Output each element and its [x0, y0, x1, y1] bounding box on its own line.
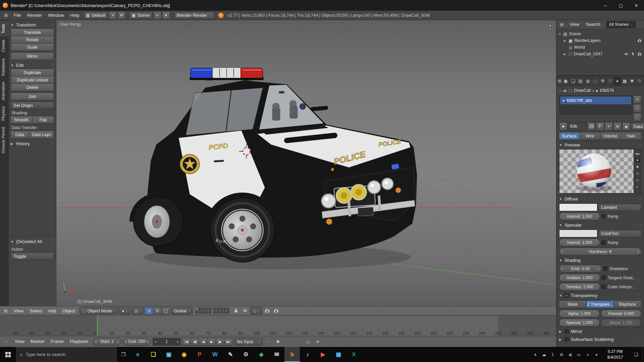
panel-header-edit[interactable]: ▼Edit⠿ — [11, 61, 54, 69]
material-slot-list[interactable]: ● 63b576ff_dds — [559, 96, 632, 114]
menu-object[interactable]: Object — [59, 307, 78, 315]
delete-scene-button[interactable]: ✕ — [162, 11, 170, 19]
opengl-render-anim-button[interactable] — [272, 307, 280, 314]
photos[interactable]: ▦ — [331, 347, 346, 362]
tab-wire[interactable]: Wire — [579, 132, 600, 140]
taskbar-search[interactable]: ○ — [16, 347, 117, 362]
bluetooth-icon[interactable]: ᛒ — [548, 347, 557, 362]
outliner-item-scene[interactable]: ▼ ▤ Scene — [557, 31, 643, 37]
data-button[interactable]: Data — [10, 131, 29, 138]
tab-physics[interactable]: ↻ — [636, 77, 643, 85]
delete-button[interactable]: Delete — [11, 83, 54, 91]
hidden-icons-chevron[interactable]: ∧ — [531, 347, 540, 362]
prev-keyframe-button[interactable]: ◀| — [191, 338, 199, 346]
antivirus-icon[interactable]: ● — [583, 347, 592, 362]
render-toggle-icon[interactable] — [637, 38, 642, 43]
duplicate-button[interactable]: Duplicate — [11, 69, 54, 76]
preview-cube-button[interactable]: ■ — [634, 164, 641, 170]
data-layout-button[interactable]: Data Layo — [29, 131, 54, 138]
manipulator-translate-button[interactable]: ✛ — [145, 307, 153, 314]
menu-frame[interactable]: Frame — [48, 337, 67, 346]
lock-to-scene-button[interactable] — [232, 307, 240, 314]
layer-dot[interactable] — [202, 308, 205, 310]
current-frame-field[interactable]: ◂1▸ — [153, 338, 181, 346]
menu-view[interactable]: View — [11, 307, 26, 315]
layer-dot[interactable] — [202, 311, 205, 314]
panel-header-shading[interactable]: ▼Shading⠿ — [556, 256, 644, 264]
add-scene-button[interactable]: + — [153, 11, 161, 19]
snap-button[interactable] — [241, 307, 249, 314]
sync-select[interactable]: No Sync↕ — [234, 338, 263, 345]
screen-layout-select[interactable]: ▦ Default — [83, 12, 108, 19]
material-link-select[interactable]: Data↕ — [631, 123, 644, 130]
orientation-select[interactable]: Global↕ — [171, 307, 193, 314]
layer-dot[interactable] — [220, 311, 223, 314]
layer-dot[interactable] — [199, 308, 201, 310]
tab-surface[interactable]: Surface — [559, 132, 580, 140]
record-button[interactable]: ● — [264, 338, 272, 345]
menu-marker[interactable]: Marker — [28, 337, 48, 346]
file-explorer[interactable]: ❏ — [146, 347, 161, 362]
panel-header-preview[interactable]: ▼Preview⠿ — [556, 141, 644, 149]
remove-material-slot-button[interactable]: − — [633, 104, 641, 112]
keying-set-button[interactable]: ✱ — [274, 338, 282, 345]
material-specials-button[interactable]: ↕ — [633, 113, 641, 121]
layers-widget[interactable] — [195, 308, 229, 314]
onedrive-icon[interactable]: ☁ — [540, 347, 548, 362]
panel-header-specular[interactable]: ▼Specular⠿ — [556, 221, 644, 229]
shadeless-checkbox[interactable] — [603, 266, 607, 271]
menu-file[interactable]: File — [11, 11, 24, 20]
play-button[interactable]: ▶ — [207, 338, 216, 346]
network-icon[interactable]: ılı — [557, 347, 566, 362]
shade-flat-button[interactable]: Flat — [32, 116, 54, 124]
layer-dot[interactable] — [223, 311, 226, 314]
preview-monkey-button[interactable]: ☺ — [634, 170, 641, 177]
show-desktop-button[interactable] — [642, 347, 644, 362]
panel-header-deselect-all[interactable]: ▼(De)select All⠿ — [11, 238, 54, 245]
mirror-button[interactable]: Mirror — [11, 52, 54, 60]
opengl-render-button[interactable] — [263, 307, 271, 314]
layer-dot[interactable] — [205, 311, 208, 314]
search-input[interactable] — [25, 352, 113, 357]
layer-dot[interactable] — [199, 311, 201, 314]
tab-render-layers[interactable]: ❏ — [570, 77, 577, 85]
tab-material[interactable]: ● — [614, 77, 621, 85]
chrome[interactable]: ◉ — [176, 347, 192, 362]
outliner-display-select[interactable]: All Scenes↕ — [606, 21, 636, 28]
task-view-button[interactable]: ❐ — [117, 347, 130, 362]
outliner-item-renderlayers[interactable]: ▶ ▣ RenderLayers — [557, 37, 643, 44]
store[interactable]: ▣ — [161, 347, 176, 362]
selectability-toggle-icon[interactable] — [631, 52, 635, 56]
fresnel-slider[interactable]: Fresnel: 0.000 — [601, 310, 642, 317]
unlink-material-button[interactable]: ✕ — [613, 122, 622, 130]
maximize-button[interactable]: ▢ — [613, 0, 629, 11]
menu-render[interactable]: Render — [24, 11, 45, 20]
render-toggle-icon[interactable] — [637, 52, 642, 56]
minimize-button[interactable]: ─ — [598, 0, 613, 11]
close-button[interactable]: ✕ — [629, 0, 644, 11]
menu-add[interactable]: Add — [45, 307, 59, 315]
layer-dot[interactable] — [209, 308, 211, 310]
tab-world[interactable]: ◍ — [584, 77, 591, 85]
tab-raytrace[interactable]: Raytrace — [613, 300, 641, 308]
mode-select[interactable]: ◻ Object Mode ↕ — [79, 307, 118, 314]
pivot-select[interactable]: ◎↕ — [131, 307, 144, 314]
outliner-item-drawcall[interactable]: ▶ ◻ DrawCall_0347 — [557, 51, 643, 57]
play-reverse-button[interactable]: ◀ — [199, 338, 208, 346]
layer-dot[interactable] — [223, 308, 226, 310]
frame-start-field[interactable]: ◂Start: 1▸ — [93, 338, 121, 346]
tab-z-transparency[interactable]: Z Transpare... — [586, 300, 614, 308]
add-material-slot-button[interactable]: + — [633, 96, 641, 104]
menu-help[interactable]: Help — [67, 11, 83, 20]
mail[interactable]: ✉ — [269, 347, 284, 362]
insert-keyframe-button[interactable]: ◇ — [304, 338, 312, 345]
tab-object[interactable]: ◻ — [592, 77, 599, 85]
settings[interactable]: ⚙ — [238, 347, 254, 362]
tab-scene[interactable]: ▤ — [577, 77, 584, 85]
movies-tv[interactable]: ▶ — [315, 347, 331, 362]
preview-hair-button[interactable]: ∿ — [634, 177, 641, 183]
excel[interactable]: X — [346, 347, 362, 362]
tab-relations[interactable]: Relations — [0, 55, 9, 79]
specular-color-swatch[interactable] — [559, 230, 597, 237]
material-name-field[interactable]: 63b — [568, 122, 587, 130]
